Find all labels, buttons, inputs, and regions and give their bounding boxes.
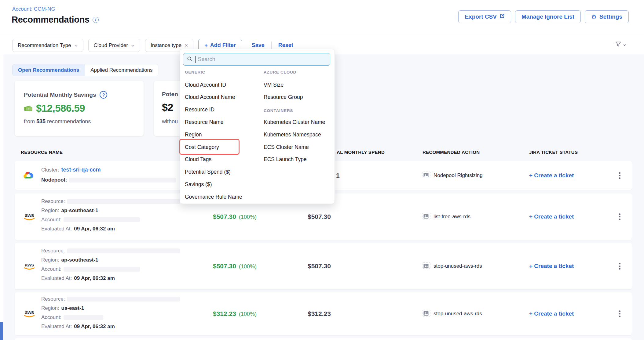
cluster-label: Cluster: (41, 167, 59, 173)
spend-amount: $2 (162, 101, 173, 113)
create-ticket-link[interactable]: + Create a ticket (529, 310, 574, 317)
chevron-down-icon (623, 42, 626, 48)
filter-option-savings[interactable]: Savings ($) (185, 178, 212, 190)
savings-percent: (100%) (239, 311, 257, 317)
help-icon[interactable]: ? (100, 91, 107, 99)
create-ticket-link[interactable]: + Create a ticket (529, 263, 574, 269)
filter-option-region[interactable]: Region (185, 128, 202, 141)
redacted-value (67, 248, 180, 253)
search-input[interactable] (198, 56, 320, 63)
filter-option-potential-spend[interactable]: Potential Spend ($) (185, 166, 231, 178)
dropdown-search[interactable] (183, 53, 330, 66)
redacted-value (67, 297, 180, 302)
savings-value: $507.30 (213, 262, 236, 270)
filter-option-cloud-account-name[interactable]: Cloud Account Name (185, 91, 235, 103)
monthly-savings-cell: $312.23 (100%) (213, 310, 257, 317)
redacted-value (67, 199, 180, 204)
manage-ignore-list-button[interactable]: Manage Ignore List (515, 10, 581, 23)
filter-option-cloud-tags[interactable]: Cloud Tags (185, 154, 211, 166)
table-row (15, 338, 632, 340)
money-icon (23, 104, 33, 113)
recommended-action-text: Nodepool Rightsizing (434, 172, 483, 179)
account-label: Account: (41, 217, 61, 223)
savings-card-title: Potential Monthly Savings (24, 92, 96, 98)
aws-icon: aws (23, 262, 36, 270)
divider (271, 42, 272, 49)
chip-label: Instance type (151, 42, 181, 49)
savings-amount: $12,586.59 (36, 103, 85, 114)
broken-image-icon (423, 172, 430, 179)
filter-option-vm-size[interactable]: VM Size (264, 79, 284, 91)
add-filter-dropdown: GENERIC Cloud Account ID Cloud Account N… (180, 49, 335, 204)
savings-subtitle-prefix: from (24, 118, 35, 125)
evaluated-at-label: Evaluated At: (41, 324, 72, 330)
region-label: Region: (41, 257, 59, 263)
gear-icon: ⚙ (591, 14, 597, 20)
cluster-link[interactable]: test-sri-qa-ccm (61, 167, 101, 173)
filter-option-resource-id[interactable]: Resource ID (185, 104, 214, 116)
filter-option-ecs-launch-type[interactable]: ECS Launch Type (264, 154, 307, 166)
evaluated-at-label: Evaluated At: (41, 275, 72, 281)
row-menu-button[interactable] (617, 170, 622, 181)
section-header-generic: GENERIC (185, 67, 205, 77)
tab-open-recommendations[interactable]: Open Recommendations (13, 64, 85, 76)
funnel-icon (615, 41, 622, 49)
page-title: Recommendations (12, 15, 90, 25)
plus-icon: + (204, 42, 208, 49)
broken-image-icon (423, 213, 430, 221)
table-row[interactable]: aws Resource: Region: us-east-1 Account:… (15, 292, 632, 335)
reset-filter-link[interactable]: Reset (278, 42, 293, 49)
recommended-action-text: stop-unused-aws-rds (434, 263, 482, 269)
row-menu-button[interactable] (617, 212, 622, 222)
column-header-total-monthly-spend[interactable]: AL MONTHLY SPEND (337, 150, 385, 155)
filter-option-resource-name[interactable]: Resource Name (185, 116, 223, 128)
filter-option-kubernetes-cluster-name[interactable]: Kubernetes Cluster Name (264, 116, 325, 128)
recommendation-count: 535 (36, 118, 46, 125)
filter-option-resource-group[interactable]: Resource Group (264, 91, 303, 103)
save-filter-link[interactable]: Save (252, 42, 265, 49)
filter-panel-toggle[interactable] (615, 41, 626, 49)
resource-label: Resource: (41, 248, 65, 254)
chip-label: Cloud Provider (94, 42, 128, 49)
filter-option-governance-rule-name[interactable]: Governance Rule Name (185, 191, 242, 203)
filter-chip-recommendation-type[interactable]: Recommendation Type (12, 39, 83, 52)
total-monthly-spend-value: $312.23 (308, 310, 331, 317)
close-icon[interactable]: × (185, 42, 188, 49)
recommended-action-cell: stop-unused-aws-rds (423, 310, 482, 318)
broken-image-icon (423, 310, 430, 318)
monthly-savings-cell: $507.30 (100%) (213, 213, 257, 220)
manage-ignore-list-label: Manage Ignore List (521, 13, 574, 20)
filter-option-ecs-cluster-name[interactable]: ECS Cluster Name (264, 141, 309, 153)
column-header-recommended-action[interactable]: RECOMMENDED ACTION (423, 150, 480, 155)
export-csv-button[interactable]: Export CSV (458, 10, 511, 23)
evaluated-at-label: Evaluated At: (41, 226, 72, 232)
row-menu-button[interactable] (617, 261, 622, 271)
settings-button[interactable]: ⚙ Settings (585, 10, 629, 23)
account-label: Account: (41, 266, 61, 272)
column-header-jira-ticket-status[interactable]: JIRA TICKET STATUS (529, 150, 578, 155)
filter-option-kubernetes-namespace[interactable]: Kubernetes Namespace (264, 128, 321, 141)
filter-option-cloud-account-id[interactable]: Cloud Account ID (185, 79, 226, 91)
recommended-action-cell: list-free-aws-rds (423, 213, 470, 221)
info-icon[interactable]: i (93, 17, 99, 23)
row-menu-button[interactable] (617, 309, 622, 319)
tab-applied-recommendations[interactable]: Applied Recommendations (85, 64, 158, 76)
aws-icon: aws (23, 213, 36, 221)
evaluated-at-value: 09 Apr, 06:32 am (74, 226, 115, 232)
evaluated-at-value: 09 Apr, 06:32 am (74, 324, 115, 330)
create-ticket-link[interactable]: + Create a ticket (529, 172, 574, 179)
table-row[interactable]: aws Resource: Region: ap-southeast-1 Acc… (15, 243, 632, 289)
redacted-value (64, 267, 140, 272)
spend-subtitle: withou (162, 118, 178, 125)
sidebar-edge (0, 322, 3, 340)
settings-label: Settings (599, 13, 622, 20)
breadcrumb[interactable]: Account: CCM-NG (12, 6, 55, 12)
add-filter-label: Add Filter (210, 42, 236, 49)
resource-label: Resource: (41, 198, 65, 204)
filter-option-cost-category[interactable]: Cost Category (185, 141, 219, 153)
filter-chip-cloud-provider[interactable]: Cloud Provider (88, 39, 140, 52)
column-header-resource-name[interactable]: RESOURCE NAME (21, 150, 63, 155)
external-link-icon (499, 13, 505, 20)
create-ticket-link[interactable]: + Create a ticket (529, 213, 574, 220)
recommendations-page: Account: CCM-NG Recommendations i Export… (0, 0, 644, 340)
